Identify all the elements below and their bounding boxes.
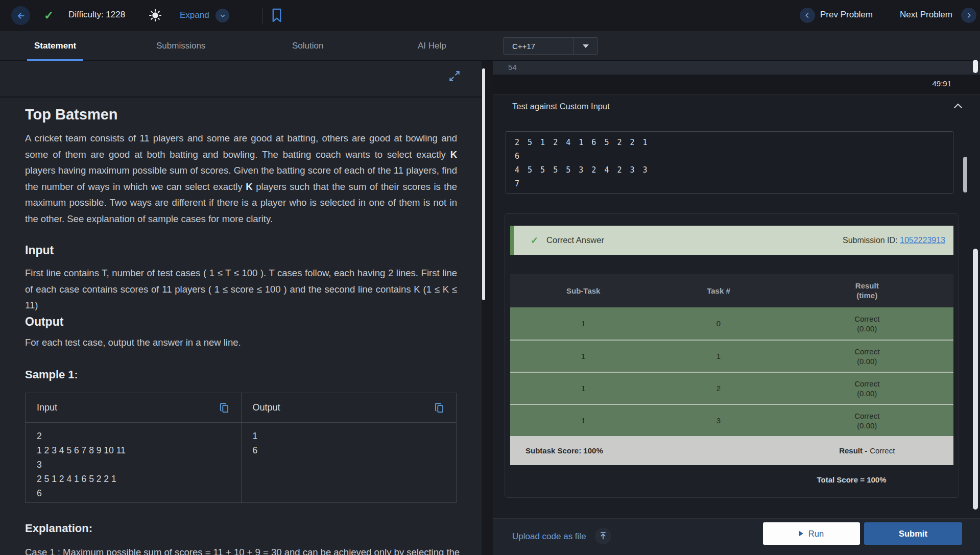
run-button[interactable]: Run (763, 522, 860, 545)
submission-id-link[interactable]: 1052223913 (900, 236, 945, 245)
copy-output-icon[interactable] (434, 402, 445, 414)
sample-output-header: Output (242, 393, 457, 423)
description-bold-k: K (450, 149, 457, 160)
explanation-text: Case 1 : Maximum possible sum of scores … (25, 544, 469, 555)
results-table-footer: Subtask Score: 100% Result -Correct (510, 436, 953, 465)
collapse-section-chevron-icon[interactable] (952, 102, 964, 110)
cell-result: Correct(0.00) (780, 341, 953, 372)
upload-icon[interactable] (595, 528, 611, 544)
input-section-heading: Input (25, 244, 54, 257)
theme-toggle-sun-icon[interactable] (148, 8, 162, 22)
chevron-right-icon (965, 12, 972, 19)
language-selected-value: C++17 (504, 42, 573, 51)
cell-result: Correct(0.00) (780, 307, 953, 340)
editor-and-results-panel: 54 49:91 Test against Custom Input 2 5 1… (493, 61, 980, 555)
sample-output-value: 1 6 (242, 423, 457, 457)
verdict-check-icon: ✓ (531, 235, 538, 246)
header-task: Task # (656, 274, 780, 307)
explanation-heading: Explanation: (25, 522, 92, 535)
sample-output-column: Output 1 6 (241, 393, 457, 502)
sample-input-header: Input (26, 393, 241, 423)
statement-scrollbar-thumb[interactable] (482, 68, 485, 300)
submission-id-wrap: Submission ID: 1052223913 (843, 236, 953, 245)
sample-input-label: Input (37, 402, 57, 413)
tab-statement[interactable]: Statement (27, 31, 83, 61)
results-table: Sub-Task Task # Result(time) 1 0 Correct… (510, 274, 953, 465)
verdict-banner: ✓ Correct Answer Submission ID: 10522239… (510, 226, 953, 255)
upload-code-link[interactable]: Upload code as file (512, 532, 586, 542)
solved-check-icon: ✓ (44, 9, 54, 22)
cell-task: 0 (656, 307, 780, 340)
sample-output-label: Output (253, 402, 280, 413)
cell-result: Correct(0.00) (780, 373, 953, 404)
expand-button[interactable]: Expand (180, 10, 209, 20)
sample-table: Input 2 1 2 3 4 5 6 7 8 9 10 11 3 2 5 1 … (25, 393, 457, 503)
editor-line-number: 54 (508, 63, 517, 71)
footer-result: Result -Correct (780, 436, 953, 465)
custom-input-textarea[interactable]: 2 5 1 2 4 1 6 5 2 2 1 6 4 5 5 5 5 3 2 4 … (506, 131, 953, 194)
results-table-header: Sub-Task Task # Result(time) (510, 274, 953, 307)
bookmark-icon[interactable] (271, 8, 283, 23)
tab-submissions[interactable]: Submissions (149, 31, 212, 61)
submit-button[interactable]: Submit (864, 522, 962, 545)
tab-solution[interactable]: Solution (285, 31, 330, 61)
cursor-position: 49:91 (932, 79, 951, 88)
verdict-banner-stripe (510, 226, 514, 255)
copy-input-icon[interactable] (219, 402, 230, 414)
app-window: ✓ Difficulty: 1228 Expand (0, 0, 980, 555)
difficulty-label: Difficulty: 1228 (68, 10, 125, 20)
problem-description: A cricket team consists of 11 players an… (25, 130, 457, 227)
top-bar: ✓ Difficulty: 1228 Expand (0, 0, 980, 31)
cell-subtask: 1 (510, 405, 656, 436)
cell-subtask: 1 (510, 307, 656, 340)
custom-input-section-title: Test against Custom Input (512, 102, 610, 111)
cell-task: 1 (656, 341, 780, 372)
prev-problem-chevron-button[interactable] (800, 8, 815, 23)
custom-input-scrollbar-thumb[interactable] (963, 157, 967, 192)
header-subtask: Sub-Task (510, 274, 656, 307)
sample-input-value: 2 1 2 3 4 5 6 7 8 9 10 11 3 2 5 1 2 4 1 … (26, 423, 241, 500)
code-editor-active-line[interactable]: 54 (493, 61, 980, 75)
header-result: Result(time) (780, 274, 953, 307)
right-panel-scrollbar-thumb[interactable] (973, 249, 978, 510)
chevron-left-icon (804, 12, 811, 19)
statement-divider (0, 96, 482, 98)
description-text: A cricket team consists of 11 players an… (25, 133, 457, 160)
statement-fullscreen-icon[interactable] (448, 69, 461, 83)
next-problem-chevron-button[interactable] (961, 8, 976, 23)
output-section-text: For each test case, output the answer in… (25, 337, 457, 348)
back-button[interactable] (11, 6, 30, 25)
input-section-text: First line contains T, number of test ca… (25, 265, 457, 313)
cell-task: 2 (656, 373, 780, 404)
language-caret-box (573, 38, 597, 54)
cell-task: 3 (656, 405, 780, 436)
sample-input-column: Input 2 1 2 3 4 5 6 7 8 9 10 11 3 2 5 1 … (26, 393, 241, 502)
sample-heading: Sample 1: (25, 368, 78, 381)
output-section-heading: Output (25, 315, 63, 329)
topbar-divider (262, 8, 263, 23)
results-card: ✓ Correct Answer Submission ID: 10522239… (505, 213, 959, 498)
table-row: 1 1 Correct(0.00) (510, 340, 953, 372)
action-footer-bar: Upload code as file Run Submit (493, 518, 980, 555)
cell-subtask: 1 (510, 341, 656, 372)
editor-scrollbar-thumb[interactable] (973, 60, 978, 73)
verdict-status-text: Correct Answer (546, 235, 604, 245)
caret-down-icon (583, 44, 589, 48)
chevron-down-icon (219, 12, 227, 20)
expand-chevron-button[interactable] (216, 9, 229, 22)
description-bold-k: K (246, 181, 252, 192)
tab-ai-help[interactable]: AI Help (411, 31, 453, 61)
language-select[interactable]: C++17 (503, 37, 598, 55)
problem-title: Top Batsmen (25, 106, 118, 123)
cell-subtask: 1 (510, 373, 656, 404)
problem-statement-panel: Top Batsmen A cricket team consists of 1… (0, 61, 482, 555)
next-problem-button[interactable]: Next Problem (900, 10, 952, 20)
subtask-score: Subtask Score: 100% (510, 436, 656, 465)
submission-id-label: Submission ID: (843, 236, 898, 245)
table-row: 1 3 Correct(0.00) (510, 404, 953, 436)
back-arrow-icon (15, 10, 27, 21)
prev-problem-button[interactable]: Prev Problem (820, 10, 873, 20)
tab-bar: Statement Submissions Solution AI Help C… (0, 31, 980, 61)
cell-result: Correct(0.00) (780, 405, 953, 436)
table-row: 1 0 Correct(0.00) (510, 307, 953, 340)
